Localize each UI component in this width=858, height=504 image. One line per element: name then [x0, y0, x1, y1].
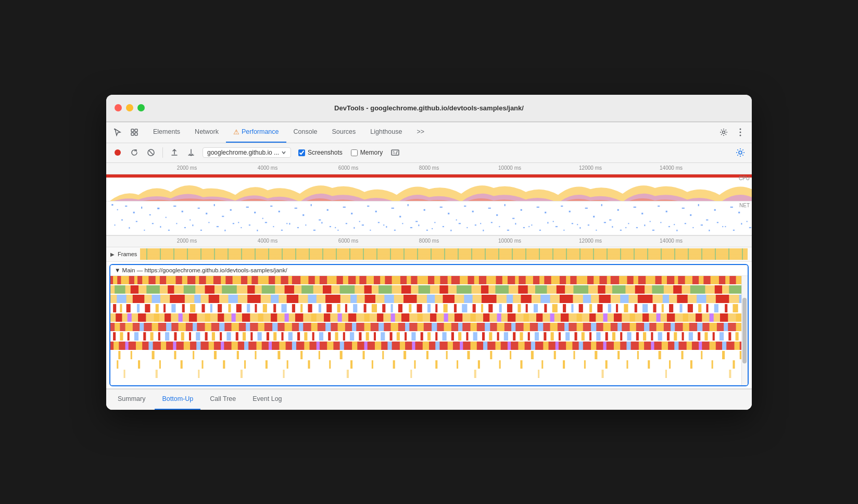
- svg-rect-194: [288, 276, 292, 284]
- svg-rect-420: [125, 323, 133, 331]
- svg-rect-629: [595, 351, 597, 359]
- toolbar: googlechrome.github.io ... Screenshots M…: [106, 143, 752, 163]
- svg-rect-594: [614, 342, 620, 350]
- svg-rect-677: [538, 370, 539, 378]
- svg-rect-645: [266, 360, 268, 369]
- svg-rect-218: [607, 276, 611, 284]
- settings-icon[interactable]: [716, 125, 731, 140]
- svg-rect-87: [706, 219, 708, 220]
- url-selector[interactable]: googlechrome.github.io ...: [203, 147, 291, 158]
- svg-rect-510: [435, 332, 437, 341]
- svg-rect-447: [485, 323, 490, 331]
- upload-button[interactable]: [167, 145, 182, 160]
- tab-lighthouse[interactable]: Lighthouse: [363, 122, 409, 143]
- svg-rect-357: [642, 304, 648, 312]
- svg-rect-351: [589, 304, 592, 312]
- download-button[interactable]: [184, 145, 198, 160]
- svg-rect-114: [281, 230, 283, 231]
- tab-sources[interactable]: Sources: [324, 122, 363, 143]
- svg-rect-610: [193, 351, 194, 359]
- svg-rect-486: [250, 332, 253, 341]
- svg-rect-61: [496, 214, 498, 216]
- tab-performance[interactable]: ⚠ Performance: [226, 122, 286, 143]
- svg-rect-121: [337, 230, 338, 231]
- tab-event-log[interactable]: Event Log: [245, 389, 289, 410]
- maximize-button[interactable]: [137, 104, 145, 111]
- close-button[interactable]: [115, 104, 122, 111]
- reload-button[interactable]: [127, 145, 142, 160]
- svg-rect-669: [124, 370, 125, 378]
- svg-rect-459: [644, 323, 649, 331]
- svg-rect-600: [687, 342, 692, 350]
- time-mark2-6000: 6000 ms: [338, 238, 358, 244]
- svg-rect-157: [628, 223, 629, 224]
- svg-rect-578: [423, 342, 429, 350]
- clear-button[interactable]: [144, 145, 158, 160]
- svg-rect-337: [462, 304, 467, 312]
- tab-console[interactable]: Console: [286, 122, 325, 143]
- svg-rect-482: [220, 332, 222, 341]
- tab-network[interactable]: Network: [187, 122, 226, 143]
- svg-rect-439: [378, 323, 384, 331]
- svg-rect-41: [335, 227, 336, 228]
- minimize-button[interactable]: [126, 104, 133, 111]
- svg-rect-189: [221, 276, 225, 284]
- svg-rect-341: [499, 304, 502, 312]
- svg-rect-425: [193, 323, 197, 331]
- inspect-icon[interactable]: [127, 125, 142, 140]
- svg-rect-491: [288, 332, 293, 341]
- svg-rect-526: [559, 332, 561, 341]
- svg-rect-135: [450, 230, 451, 231]
- svg-rect-148: [556, 226, 558, 227]
- tab-summary[interactable]: Summary: [110, 389, 153, 410]
- record-button[interactable]: [110, 145, 125, 160]
- svg-rect-438: [364, 323, 371, 331]
- cursor-icon[interactable]: [110, 125, 125, 140]
- svg-rect-275: [325, 295, 340, 303]
- tab-call-tree[interactable]: Call Tree: [203, 389, 243, 410]
- svg-rect-444: [444, 323, 451, 331]
- svg-rect-248: [457, 285, 472, 294]
- time-mark2-14000: 14000 ms: [660, 238, 683, 244]
- svg-rect-203: [407, 276, 411, 284]
- svg-rect-101: [176, 223, 177, 224]
- flame-chart[interactable]: [110, 276, 748, 385]
- svg-rect-117: [305, 224, 306, 225]
- svg-rect-666: [712, 360, 713, 369]
- svg-rect-168: [717, 222, 718, 223]
- scrollbar[interactable]: [741, 276, 748, 385]
- memory-checkbox[interactable]: Memory: [351, 149, 383, 156]
- svg-rect-623: [467, 351, 470, 359]
- svg-rect-397: [471, 313, 476, 322]
- svg-rect-133: [434, 222, 435, 223]
- svg-rect-371: [128, 313, 132, 322]
- svg-rect-309: [210, 304, 212, 312]
- svg-rect-450: [524, 323, 530, 331]
- tab-more[interactable]: >>: [409, 122, 432, 143]
- svg-rect-346: [544, 304, 547, 312]
- svg-rect-25: [206, 212, 207, 214]
- clean-icon-button[interactable]: [388, 145, 402, 160]
- svg-rect-531: [596, 332, 600, 341]
- svg-rect-332: [417, 304, 422, 312]
- svg-rect-312: [236, 304, 242, 312]
- tab-bottom-up[interactable]: Bottom-Up: [155, 389, 200, 410]
- svg-rect-26: [214, 204, 215, 206]
- svg-rect-254: [573, 285, 588, 294]
- tab-elements[interactable]: Elements: [146, 122, 187, 143]
- svg-rect-294: [697, 295, 706, 303]
- svg-rect-106: [217, 226, 219, 227]
- scrollbar-thumb[interactable]: [742, 298, 747, 363]
- frames-row: ▶ Frames: [106, 247, 752, 262]
- svg-rect-327: [372, 304, 377, 312]
- svg-rect-508: [421, 332, 423, 341]
- screenshots-checkbox[interactable]: Screenshots: [298, 149, 343, 156]
- performance-settings-icon[interactable]: [733, 145, 748, 160]
- more-icon[interactable]: [733, 125, 748, 140]
- svg-rect-132: [426, 230, 428, 231]
- svg-rect-394: [430, 313, 436, 322]
- svg-rect-485: [243, 332, 246, 341]
- svg-rect-442: [418, 323, 424, 331]
- svg-rect-569: [317, 342, 320, 350]
- svg-rect-134: [443, 226, 444, 227]
